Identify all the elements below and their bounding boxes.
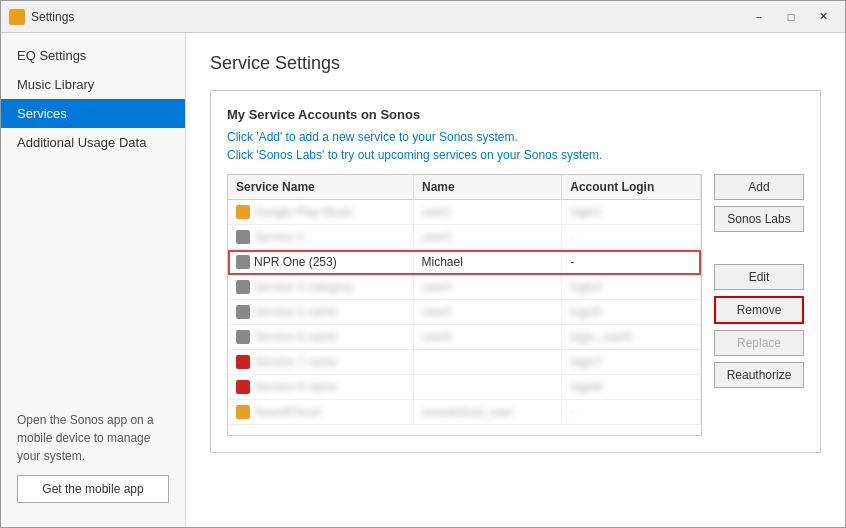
table-cell-user: user6 — [414, 325, 562, 350]
table-row[interactable]: Google Play Music user1 login1 — [228, 200, 701, 225]
titlebar: Settings − □ ✕ — [1, 1, 845, 33]
table-cell-login: login8 — [562, 375, 701, 400]
table-cell-user — [414, 350, 562, 375]
sidebar-help-text: Open the Sonos app on a mobile device to… — [17, 411, 169, 465]
service-panel: My Service Accounts on Sonos Click 'Add'… — [210, 90, 821, 453]
table-row[interactable]: Service 6 name user6 login_user6 — [228, 325, 701, 350]
services-table-scroll[interactable]: Service Name Name Account Login — [228, 175, 701, 435]
service-icon — [236, 380, 250, 394]
page-title: Service Settings — [210, 53, 821, 74]
table-cell-user: user1 — [414, 200, 562, 225]
table-cell-login: - — [562, 250, 701, 275]
table-cell-name: SoundCloud — [228, 400, 414, 424]
table-cell-name: Google Play Music — [228, 200, 414, 224]
service-icon — [236, 305, 250, 319]
buttons-panel: Add Sonos Labs Edit Remove Replace Reaut… — [714, 174, 804, 436]
maximize-button[interactable]: □ — [777, 7, 805, 27]
table-cell-login: login1 — [562, 200, 701, 225]
table-row[interactable]: Service 5 name user5 login5 — [228, 300, 701, 325]
service-icon — [236, 330, 250, 344]
main-content: Service Settings My Service Accounts on … — [186, 33, 845, 527]
table-row[interactable]: SoundCloud soundcloud_user - — [228, 400, 701, 425]
table-cell-name: Service 4 category — [228, 275, 414, 299]
service-icon — [236, 355, 250, 369]
table-row[interactable]: Service 2 user2 - — [228, 225, 701, 250]
table-cell-login: - — [562, 400, 701, 425]
panel-info-add[interactable]: Click 'Add' to add a new service to your… — [227, 130, 804, 144]
service-icon — [236, 205, 250, 219]
table-cell-user: user4 — [414, 275, 562, 300]
window-content: EQ Settings Music Library Services Addit… — [1, 33, 845, 527]
panel-info-labs[interactable]: Click 'Sonos Labs' to try out upcoming s… — [227, 148, 804, 162]
service-icon — [236, 280, 250, 294]
table-cell-user: user5 — [414, 300, 562, 325]
edit-button[interactable]: Edit — [714, 264, 804, 290]
service-icon — [236, 405, 250, 419]
table-cell-name: Service 2 — [228, 225, 414, 249]
sidebar-item-music-library[interactable]: Music Library — [1, 70, 185, 99]
sidebar-item-additional-usage[interactable]: Additional Usage Data — [1, 128, 185, 157]
table-row-selected[interactable]: NPR One (253) Michael - — [228, 250, 701, 275]
sidebar-item-eq-settings[interactable]: EQ Settings — [1, 41, 185, 70]
panel-title: My Service Accounts on Sonos — [227, 107, 804, 122]
window-controls: − □ ✕ — [745, 7, 837, 27]
sonos-labs-button[interactable]: Sonos Labs — [714, 206, 804, 232]
table-cell-name: Service 6 name — [228, 325, 414, 349]
table-cell-login: login5 — [562, 300, 701, 325]
col-account-login: Account Login — [562, 175, 701, 200]
replace-button[interactable]: Replace — [714, 330, 804, 356]
add-button[interactable]: Add — [714, 174, 804, 200]
table-cell-user — [414, 375, 562, 400]
col-name: Name — [414, 175, 562, 200]
table-cell-login: - — [562, 225, 701, 250]
service-icon — [236, 255, 250, 269]
sidebar: EQ Settings Music Library Services Addit… — [1, 33, 186, 527]
app-icon — [9, 9, 25, 25]
table-cell-login: login_user6 — [562, 325, 701, 350]
sidebar-item-services[interactable]: Services — [1, 99, 185, 128]
table-cell-name: Service 7 name — [228, 350, 414, 374]
settings-window: Settings − □ ✕ EQ Settings Music Library… — [0, 0, 846, 528]
table-row[interactable]: Service 8 name login8 — [228, 375, 701, 400]
remove-button[interactable]: Remove — [714, 296, 804, 324]
services-table: Service Name Name Account Login — [228, 175, 701, 425]
table-body: Google Play Music user1 login1 — [228, 200, 701, 425]
close-button[interactable]: ✕ — [809, 7, 837, 27]
table-cell-name: Service 8 name — [228, 375, 414, 399]
table-cell-user: soundcloud_user — [414, 400, 562, 425]
table-cell-name: NPR One (253) — [228, 250, 414, 274]
table-cell-name: Service 5 name — [228, 300, 414, 324]
table-cell-user: Michael — [414, 250, 562, 275]
services-table-wrapper: Service Name Name Account Login — [227, 174, 702, 436]
table-header-row: Service Name Name Account Login — [228, 175, 701, 200]
titlebar-title: Settings — [31, 10, 745, 24]
col-service-name: Service Name — [228, 175, 414, 200]
spacer — [714, 238, 804, 258]
minimize-button[interactable]: − — [745, 7, 773, 27]
mobile-app-button[interactable]: Get the mobile app — [17, 475, 169, 503]
table-row[interactable]: Service 7 name login7 — [228, 350, 701, 375]
reauthorize-button[interactable]: Reauthorize — [714, 362, 804, 388]
table-cell-user: user2 — [414, 225, 562, 250]
table-row[interactable]: Service 4 category user4 login4 — [228, 275, 701, 300]
table-cell-login: login4 — [562, 275, 701, 300]
table-area: Service Name Name Account Login — [227, 174, 804, 436]
sidebar-bottom: Open the Sonos app on a mobile device to… — [1, 395, 185, 519]
table-cell-login: login7 — [562, 350, 701, 375]
service-icon — [236, 230, 250, 244]
